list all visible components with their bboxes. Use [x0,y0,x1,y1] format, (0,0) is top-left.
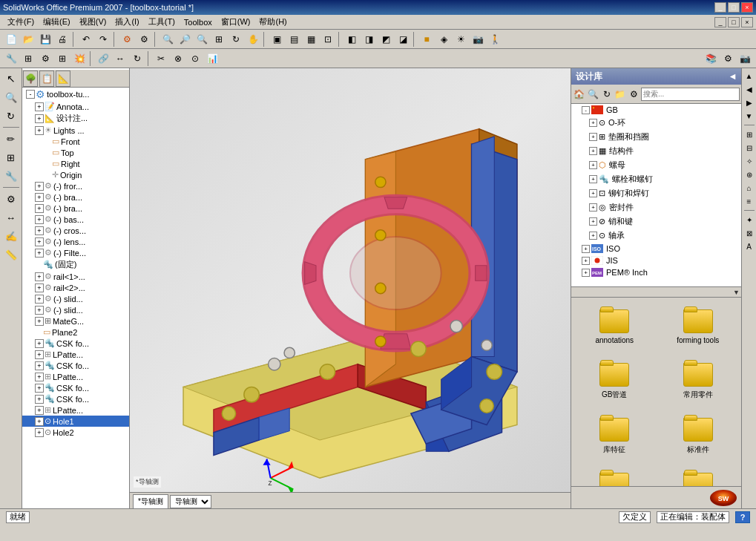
expand-mateg[interactable]: + [35,317,44,326]
expand-csk3[interactable]: + [35,384,44,393]
tree-item-bra2[interactable]: + ⚙ (-) bra... [22,203,129,214]
tree-tab1[interactable]: 🌳 [23,71,38,87]
rotate-btn[interactable]: ↻ [228,31,244,47]
tree-item-slid1[interactable]: + ⚙ (-) slid... [22,293,129,304]
expand-bra1[interactable]: + [35,193,44,202]
assembly-stat-btn[interactable]: 📊 [204,50,220,67]
mate-tool[interactable]: ⚙ [2,190,20,208]
tree-item-fror[interactable]: + ⚙ (-) fror... [22,180,129,191]
rt-btn-2[interactable]: ◀ [743,83,755,95]
tree-item-fixed[interactable]: 🔩 (固定) [22,258,129,271]
tree-tab3[interactable]: 📐 [56,71,70,87]
rt-btn-5[interactable]: ⊞ [743,128,755,140]
lib-jis-expand[interactable]: + [582,257,590,265]
menu-tools[interactable]: 工具(T) [144,16,180,27]
clearance-btn[interactable]: ⊙ [187,50,203,67]
rt-btn-1[interactable]: ▲ [743,70,755,82]
tree-item-origin[interactable]: ✛ Origin [22,169,129,180]
expand-lpat1[interactable]: + [35,350,44,359]
tree-item-bra1[interactable]: + ⚙ (-) bra... [22,191,129,203]
folder-weld-fixtures[interactable]: 焊接轮廓 [658,465,739,486]
restore-button[interactable]: □ [728,2,740,13]
lib-search-btn[interactable]: 🔍 [586,86,599,102]
fit-btn[interactable]: ⊞ [211,31,227,47]
rt-btn-3[interactable]: ▶ [743,96,755,108]
minimize-button[interactable]: _ [714,2,726,13]
expand-bas[interactable]: + [35,215,44,224]
rt-btn-7[interactable]: ✧ [743,155,755,167]
lib-gasket-expand[interactable]: + [589,133,597,141]
folder-standard-elec[interactable]: 标准电器元件 [574,465,655,486]
render-btn[interactable]: ◈ [435,31,452,47]
tree-item-front[interactable]: ▭ Front [22,136,129,147]
rebuild-btn[interactable]: ⚙ [119,31,135,47]
lib-o-ring-expand[interactable]: + [589,119,597,127]
lib-pin-expand[interactable]: + [589,217,597,226]
tree-item-right[interactable]: ▭ Right [22,158,129,169]
view2-btn[interactable]: ▤ [286,31,302,47]
pan-btn[interactable]: ✋ [245,31,261,47]
insert-comp-btn[interactable]: ⊞ [20,50,36,67]
rt-btn-11[interactable]: ✦ [743,214,755,226]
expand-csk2[interactable]: + [35,361,44,370]
expand-hole2[interactable]: + [35,428,44,437]
note-tool[interactable]: ✍ [2,227,20,245]
tree-item-cros[interactable]: + ⚙ (-) cros... [22,225,129,236]
redo-btn[interactable]: ↷ [95,31,111,47]
lib-add-btn[interactable]: 📁 [614,86,626,102]
folder-gb-pipe[interactable]: GB管道 [574,355,655,407]
inner-minimize[interactable]: _ [714,17,726,27]
menu-toolbox[interactable]: Toolbox [180,18,217,27]
menu-insert[interactable]: 插入(I) [111,16,143,27]
lib-gb-expand[interactable]: - [582,106,590,114]
tree-item-csk2[interactable]: + 🔩 CSK fo... [22,360,129,371]
expand-slid1[interactable]: + [35,295,44,304]
tree-item-top[interactable]: ▭ Top [22,147,129,158]
tree-item-plane2[interactable]: ▭ Plane2 [22,327,129,338]
rt-btn-8[interactable]: ⊛ [743,168,755,180]
folder-common-parts[interactable]: 常用零件 [658,355,739,407]
tree-item-lights[interactable]: + ☀ Lights ... [22,125,129,136]
tree-item-design[interactable]: + 📐 设计注... [22,112,129,125]
tree-item-csk4[interactable]: + 🔩 CSK fo... [22,393,129,404]
rotate2-btn[interactable]: ↻ [129,50,145,67]
menu-edit[interactable]: 编辑(E) [39,16,75,27]
lib-tree-iso[interactable]: + ISO ISO [571,243,741,255]
tree-item-lpat2[interactable]: + ⊞ LPatte... [22,371,129,382]
tree-item-hole1[interactable]: + ⊙ Hole1 [22,416,129,427]
close-button[interactable]: × [741,2,753,13]
save-btn[interactable]: 💾 [37,31,53,47]
tree-root-expand[interactable]: - [26,90,35,99]
expand-filte[interactable]: + [35,249,44,258]
lib-tree-seal[interactable]: + ◎ 密封件 [571,200,741,214]
tree-item-lens[interactable]: + ⚙ (-) lens... [22,236,129,247]
expand-cros[interactable]: + [35,226,44,235]
lib-tree-pem[interactable]: + PEM PEM® Inch [571,266,741,278]
tree-item-bas[interactable]: + ⚙ (-) bas... [22,214,129,225]
lib-home-btn[interactable]: 🏠 [573,86,585,102]
lib-tree-pin[interactable]: + ⊘ 销和键 [571,214,741,229]
expand-design[interactable]: + [35,114,44,123]
lib-tree-nut[interactable]: + ⬡ 螺母 [571,158,741,172]
lib-struct-expand[interactable]: + [589,147,597,155]
rt-btn-12[interactable]: ⊠ [743,227,755,239]
view4-btn[interactable]: ⊡ [320,31,336,47]
tree-item-slid2[interactable]: + ⚙ (-) slid... [22,304,129,315]
expand-annotations[interactable]: + [35,102,44,111]
help-btn[interactable]: ? [735,511,750,523]
inner-restore[interactable]: □ [728,17,740,27]
smart-mates-btn[interactable]: 🔗 [95,50,111,67]
lib-seal-expand[interactable]: + [589,203,597,212]
design-lib-btn[interactable]: 📚 [703,50,719,67]
new-btn[interactable]: 📄 [3,31,19,47]
menu-help[interactable]: 帮助(H) [254,16,291,27]
expand-rail2[interactable]: + [35,283,44,292]
color-btn[interactable]: ■ [418,31,435,47]
zoomin-btn[interactable]: 🔎 [177,31,193,47]
lib-search-input[interactable] [641,88,740,101]
menu-view[interactable]: 视图(V) [75,16,111,27]
expand-lens[interactable]: + [35,237,44,246]
rotate-tool[interactable]: ↻ [2,107,20,125]
display4-btn[interactable]: ◪ [395,31,411,47]
tree-tab2[interactable]: 📋 [39,71,54,87]
